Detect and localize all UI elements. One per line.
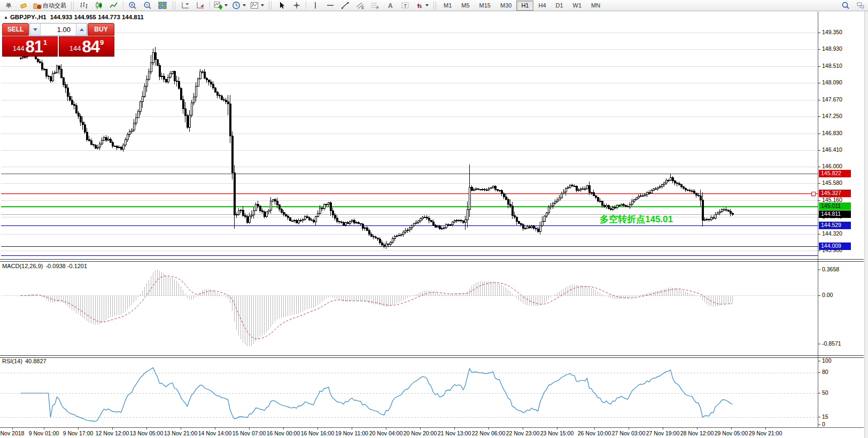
price-tick-label: 146.410 xyxy=(822,146,842,153)
arrow-down-icon xyxy=(33,28,37,31)
timeframe-mn-button[interactable]: MN xyxy=(586,1,605,11)
cursor-button[interactable] xyxy=(274,0,289,11)
texta-icon: A xyxy=(386,1,394,10)
trendline-button[interactable] xyxy=(338,0,353,11)
timeframe-h4-button[interactable]: H4 xyxy=(533,1,551,11)
time-axis-label: 12 Nov 12:00 xyxy=(96,430,129,436)
chart-canvas[interactable]: 149.350148.930148.510148.090147.670147.2… xyxy=(0,0,868,438)
timeframe-h1-button[interactable]: H1 xyxy=(516,1,533,11)
timeframe-m1-button[interactable]: M1 xyxy=(439,1,456,11)
autotrade-icon xyxy=(33,1,42,10)
volume-stepper[interactable]: 1.00 xyxy=(29,23,87,36)
line-chart-button[interactable] xyxy=(106,0,121,11)
window-right-edge xyxy=(864,11,868,438)
collapse-triangle-icon[interactable]: ▲ xyxy=(4,15,8,20)
time-axis-label: 16 Nov 00:00 xyxy=(267,430,300,436)
hline-price-label-text: 145.011 xyxy=(821,202,841,209)
search-button[interactable] xyxy=(838,0,853,11)
candlestick-chart-button[interactable] xyxy=(91,0,106,11)
price-tick-label: 148.090 xyxy=(822,79,842,85)
eraser-button[interactable] xyxy=(16,0,31,11)
svg-text:A: A xyxy=(388,2,393,10)
price-tick-label: 147.670 xyxy=(822,96,842,103)
zoomin-icon xyxy=(128,1,137,10)
time-axis-label: 19 Nov 11:00 xyxy=(335,430,368,436)
sell-price-pip: 1 xyxy=(43,38,47,46)
svg-text:E: E xyxy=(362,6,365,10)
indicators-button[interactable] xyxy=(212,0,230,11)
toolbar-grip xyxy=(269,2,272,10)
price-tick-label: 145.580 xyxy=(822,179,842,186)
time-axis-label: 27 Nov 03:00 xyxy=(612,430,646,436)
dropdown-arrow-icon[interactable] xyxy=(425,4,429,6)
crosshair-icon xyxy=(292,1,301,10)
time-axis-label: 29 Nov 21:00 xyxy=(749,430,782,436)
autotrading-button[interactable]: 自动交易 xyxy=(31,0,68,11)
timeframe-m5-button[interactable]: M5 xyxy=(456,1,474,11)
time-axis-label: 9 Nov 01:00 xyxy=(29,430,59,436)
templates-button[interactable] xyxy=(248,0,266,11)
macd-indicator-label: MACD(12,26,9)-0.0938 -0.1201 xyxy=(2,263,87,269)
chart-shift-button[interactable] xyxy=(178,0,193,11)
sell-button[interactable]: SELL xyxy=(2,23,29,36)
rsi-axis-label: 80 xyxy=(822,369,828,375)
macd-values: -0.0938 -0.1201 xyxy=(45,263,87,269)
indicators-icon xyxy=(214,1,222,10)
new-order-button[interactable]: 单 xyxy=(1,0,16,11)
time-axis-label: 15 Nov 07:00 xyxy=(232,430,266,436)
timeframe-d1-button[interactable]: D1 xyxy=(551,1,568,11)
horizontal-line-button[interactable] xyxy=(323,0,338,11)
toolbar-separator xyxy=(210,2,210,10)
dropdown-arrow-icon[interactable] xyxy=(261,4,264,6)
text-button[interactable]: A xyxy=(383,0,398,11)
timeframe-m15-button[interactable]: M15 xyxy=(475,1,495,11)
symbol-name: GBPJPY-,H1 xyxy=(10,14,46,20)
timeframe-m30-button[interactable]: M30 xyxy=(495,1,516,11)
hline-icon xyxy=(326,1,335,10)
timeframe-w1-button[interactable]: W1 xyxy=(568,1,587,11)
bars-icon xyxy=(80,1,88,10)
dropdown-arrow-icon[interactable] xyxy=(243,4,246,6)
buy-price-big: 84 xyxy=(82,40,99,54)
buy-button[interactable]: BUY xyxy=(88,23,114,36)
current-price-label-text: 144.811 xyxy=(821,210,841,217)
dropdown-arrow-icon[interactable] xyxy=(224,4,228,6)
cursor-icon xyxy=(277,1,286,10)
arrows-button[interactable] xyxy=(413,0,431,11)
sell-price-box[interactable]: 144 81 1 xyxy=(2,36,58,57)
equidistant-channel-button[interactable]: E xyxy=(353,0,368,11)
zoom-out-button[interactable] xyxy=(140,0,155,11)
volume-value[interactable]: 1.00 xyxy=(41,24,76,35)
toolbar-grip xyxy=(433,2,436,10)
periods-button[interactable] xyxy=(230,0,248,11)
auto-scroll-button[interactable] xyxy=(193,0,208,11)
autotrading-button-label: 自动交易 xyxy=(43,2,66,10)
fibonacci-button[interactable]: F xyxy=(368,0,383,11)
arrow-up-icon xyxy=(80,28,84,31)
rsi-indicator-label: RSI(14)40.8827 xyxy=(2,358,46,364)
macd-name: MACD(12,26,9) xyxy=(2,263,43,269)
volume-increase-button[interactable] xyxy=(76,24,87,35)
price-tick-label: 148.930 xyxy=(822,45,842,52)
symbol-title: ▲GBPJPY-,H1144.933 144.955 144.773 144.8… xyxy=(4,14,144,20)
rsi-axis-label: 50 xyxy=(822,389,828,396)
hline-price-label-text: 144.009 xyxy=(821,243,841,249)
price-tick-label: 144.320 xyxy=(822,230,842,237)
chat-button[interactable] xyxy=(853,0,868,11)
hline-price-label-text: 145.327 xyxy=(821,190,841,196)
time-axis-label: 13 Nov 05:00 xyxy=(130,430,164,436)
vertical-line-button[interactable] xyxy=(308,0,323,11)
zoomout-icon xyxy=(143,1,152,10)
tile-windows-button[interactable] xyxy=(155,0,170,11)
crosshair-button[interactable] xyxy=(289,0,304,11)
symbol-ohlc: 144.933 144.955 144.773 144.811 xyxy=(50,14,144,20)
labelt-icon: T xyxy=(401,1,409,10)
volume-decrease-button[interactable] xyxy=(30,24,41,35)
zoom-in-button[interactable] xyxy=(125,0,140,11)
buy-price-box[interactable]: 144 84 9 xyxy=(59,36,114,57)
bar-chart-button[interactable] xyxy=(76,0,91,11)
toolbar: 单自动交易EFATM1M5M15M30H1H4D1W1MN xyxy=(0,0,868,11)
channel-icon: E xyxy=(356,1,365,10)
price-tick-label: 149.350 xyxy=(822,29,842,35)
text-label-button[interactable]: T xyxy=(398,0,413,11)
